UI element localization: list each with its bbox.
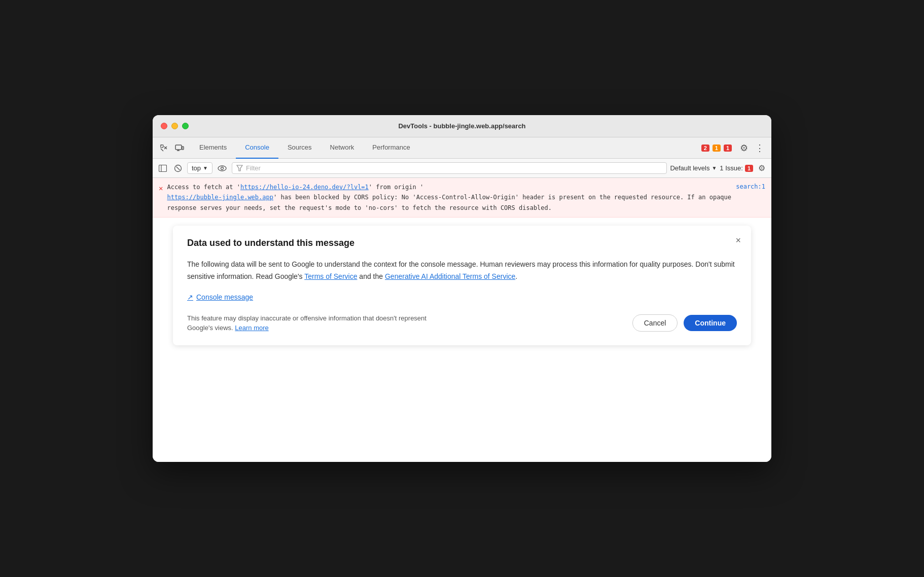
error-badge: 2 bbox=[701, 145, 709, 152]
source-link[interactable]: search:1 bbox=[736, 182, 765, 192]
devtools-window: DevTools - bubble-jingle.web.app/search bbox=[153, 115, 771, 462]
continue-button[interactable]: Continue bbox=[684, 315, 737, 331]
svg-rect-9 bbox=[159, 165, 167, 171]
clear-console-button[interactable] bbox=[172, 162, 184, 174]
settings-button[interactable]: ⚙ bbox=[737, 139, 751, 157]
dialog-warning: This feature may display inaccurate or o… bbox=[187, 313, 441, 333]
maximize-button[interactable] bbox=[182, 123, 189, 129]
dialog-period: . bbox=[515, 272, 517, 280]
fetch-url-link[interactable]: https://hello-io-24.deno.dev/?lvl=1 bbox=[240, 184, 369, 191]
warn-badge: 1 bbox=[713, 145, 721, 152]
console-content: ✕ Access to fetch at 'https://hello-io-2… bbox=[153, 178, 771, 462]
svg-point-13 bbox=[218, 166, 226, 171]
footer-warning-text: This feature may display inaccurate or o… bbox=[187, 314, 427, 332]
sidebar-icon bbox=[159, 165, 167, 172]
cancel-button[interactable]: Cancel bbox=[632, 314, 678, 332]
svg-rect-6 bbox=[182, 147, 184, 150]
ai-tos-link[interactable]: Generative AI Additional Terms of Servic… bbox=[385, 272, 515, 280]
issue-count-area: 1 Issue: 1 bbox=[720, 164, 753, 172]
tab-sources[interactable]: Sources bbox=[278, 137, 321, 159]
error-icon: ✕ bbox=[159, 183, 163, 194]
svg-line-12 bbox=[176, 166, 180, 170]
filter-icon bbox=[236, 165, 243, 171]
info-badge: 1 bbox=[724, 145, 732, 152]
tab-elements[interactable]: Elements bbox=[190, 137, 236, 159]
learn-more-link[interactable]: Learn more bbox=[235, 324, 268, 332]
more-button[interactable]: ⋮ bbox=[752, 140, 767, 156]
svg-line-3 bbox=[161, 149, 163, 151]
external-link-icon: ↗ bbox=[187, 293, 193, 301]
issue-badge: 1 bbox=[745, 165, 753, 172]
chevron-down-icon-levels: ▼ bbox=[712, 165, 717, 171]
error-text-block: Access to fetch at 'https://hello-io-24.… bbox=[167, 182, 736, 213]
console-settings-button[interactable]: ⚙ bbox=[756, 161, 767, 175]
dialog-close-button[interactable]: × bbox=[733, 234, 743, 247]
toolbar: Elements Console Sources Network Perform… bbox=[153, 137, 771, 159]
error-mid: ' from origin ' bbox=[369, 184, 423, 191]
eye-button[interactable] bbox=[216, 163, 229, 173]
tos-link[interactable]: Terms of Service bbox=[304, 272, 357, 280]
console-message-label: Console message bbox=[196, 293, 253, 301]
console-message-link[interactable]: ↗ Console message bbox=[187, 293, 737, 301]
error-badge-item: 2 bbox=[701, 145, 709, 152]
inspect-icon bbox=[160, 144, 168, 152]
dialog-footer: This feature may display inaccurate or o… bbox=[187, 313, 737, 333]
chevron-down-icon: ▼ bbox=[203, 165, 208, 171]
svg-point-14 bbox=[221, 167, 223, 169]
window-title: DevTools - bubble-jingle.web.app/search bbox=[398, 122, 525, 130]
minimize-button[interactable] bbox=[171, 123, 178, 129]
context-selector[interactable]: top ▼ bbox=[187, 162, 212, 174]
device-icon bbox=[175, 144, 184, 152]
dialog-buttons: Cancel Continue bbox=[632, 314, 737, 332]
title-bar: DevTools - bubble-jingle.web.app/search bbox=[153, 115, 771, 137]
inspect-element-button[interactable] bbox=[157, 141, 171, 155]
console-bar: top ▼ Filter Default levels ▼ 1 Issue: 1… bbox=[153, 159, 771, 178]
dialog-and-text: and the bbox=[357, 272, 385, 280]
level-label: Default levels bbox=[670, 164, 709, 172]
error-row: ✕ Access to fetch at 'https://hello-io-2… bbox=[153, 178, 771, 218]
clear-icon bbox=[174, 164, 182, 172]
warn-badge-item: 1 bbox=[713, 145, 721, 152]
device-toggle-button[interactable] bbox=[172, 141, 187, 155]
filter-box[interactable]: Filter bbox=[232, 162, 667, 174]
tab-performance[interactable]: Performance bbox=[363, 137, 419, 159]
tab-network[interactable]: Network bbox=[321, 137, 364, 159]
dialog-overlay: × Data used to understand this message T… bbox=[153, 218, 771, 355]
context-label: top bbox=[192, 164, 201, 172]
tab-group: Elements Console Sources Network Perform… bbox=[190, 137, 419, 159]
dialog-box: × Data used to understand this message T… bbox=[173, 226, 751, 345]
error-prefix: Access to fetch at ' bbox=[167, 184, 240, 191]
sidebar-toggle-button[interactable] bbox=[157, 163, 169, 174]
svg-rect-5 bbox=[175, 145, 182, 150]
traffic-lights bbox=[161, 123, 189, 129]
dialog-body: The following data will be sent to Googl… bbox=[187, 259, 737, 283]
info-badge-item: 1 bbox=[724, 145, 732, 152]
dialog-title: Data used to understand this message bbox=[187, 238, 737, 248]
badge-group: 2 1 1 bbox=[701, 145, 732, 152]
eye-icon bbox=[218, 165, 227, 171]
origin-url-link[interactable]: https://bubble-jingle.web.app bbox=[167, 194, 273, 201]
issue-text: 1 Issue: bbox=[720, 164, 743, 172]
close-button[interactable] bbox=[161, 123, 167, 129]
level-selector[interactable]: Default levels ▼ bbox=[670, 164, 717, 172]
tab-console[interactable]: Console bbox=[236, 137, 278, 159]
svg-marker-15 bbox=[237, 165, 242, 171]
filter-placeholder: Filter bbox=[246, 164, 261, 172]
